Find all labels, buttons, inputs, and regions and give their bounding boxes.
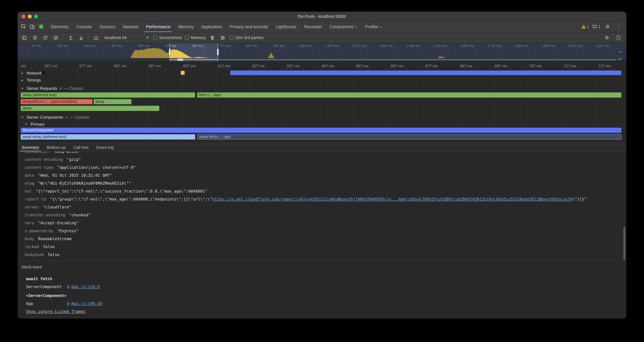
kebab-menu-icon[interactable]: ⋮ xyxy=(615,23,622,31)
network-request-long-bar[interactable] xyxy=(230,71,622,75)
network-request-chip[interactable] xyxy=(42,71,45,75)
header-value: \"}]}" xyxy=(572,197,587,201)
tab-network[interactable]: Network xyxy=(119,21,142,32)
header-name: server xyxy=(25,205,39,209)
tab-components[interactable]: Components✳ xyxy=(326,21,361,32)
show-ignore-listed-frames-link[interactable]: Show ignore-listed frames xyxy=(26,308,86,315)
collapse-triangle-icon[interactable]: ▸ xyxy=(22,78,25,82)
capture-settings-button[interactable] xyxy=(219,34,226,41)
tab-privacy-and-security[interactable]: Privacy and security xyxy=(226,21,272,32)
event-bar-server-component[interactable]: ServerComponent xyxy=(20,128,622,133)
expand-triangle-icon[interactable]: ▾ xyxy=(22,116,25,119)
network-request-short-bar[interactable] xyxy=(181,71,185,75)
memory-label: Memory xyxy=(191,35,206,40)
tab-label: Components xyxy=(330,24,354,29)
close-button[interactable] xyxy=(22,15,25,18)
minimize-button[interactable] xyxy=(28,15,32,18)
devtools-tabbar: ElementsConsoleSourcesNetworkPerformance… xyxy=(18,21,626,32)
timings-track-label[interactable]: ▸ Timings xyxy=(18,77,41,83)
ruler-time-label: 597 ms xyxy=(148,64,161,68)
issues-bubble-icon xyxy=(592,25,597,29)
event-bar-delay-3[interactable]: delay xyxy=(20,106,160,111)
issues-indicator[interactable]: 1 xyxy=(592,25,600,29)
header-row: server"cloudflare" xyxy=(25,203,617,211)
checkbox-box xyxy=(185,36,189,40)
load-profile-button[interactable] xyxy=(67,34,74,41)
inspect-element-button[interactable] xyxy=(20,23,27,31)
live-metrics-home-button[interactable] xyxy=(92,34,100,41)
issues-count: 1 xyxy=(598,25,600,29)
record-button[interactable] xyxy=(31,34,39,41)
collapse-triangle-icon[interactable]: ▸ xyxy=(22,71,25,75)
settings-gear-icon[interactable]: ⚙ xyxy=(604,23,611,31)
overview-handle-right[interactable] xyxy=(217,49,219,56)
tab-memory[interactable]: Memory xyxy=(174,21,198,32)
tab-label: Profiler xyxy=(365,24,379,29)
header-value: "{\"group\":\"cf-nel\",\"max_age\":60480… xyxy=(50,197,212,201)
toggle-sidebar-button[interactable] xyxy=(20,34,28,41)
header-row: x-powered-by"Express" xyxy=(25,227,617,235)
titlebar[interactable]: DevTools - localhost:3000/ xyxy=(18,12,626,21)
server-components-track-label[interactable]: ▾ Server Components ✳ — Custom xyxy=(18,114,89,120)
tab-label: Event log xyxy=(96,145,114,150)
tab-console[interactable]: Console xyxy=(72,21,96,32)
frame-at: @ xyxy=(67,301,69,306)
tab-summary[interactable]: Summary xyxy=(18,143,43,151)
extension-icon[interactable] xyxy=(38,23,45,31)
tab-recorder[interactable]: Recorder xyxy=(300,21,326,32)
header-value: "{\"report_to\":\"cf-nel\",\"success_fra… xyxy=(36,189,208,194)
event-bar-await-delay[interactable]: await delay (deferred text) xyxy=(20,134,195,140)
ruler-time-label: 627 ms xyxy=(252,64,265,68)
collect-garbage-button[interactable] xyxy=(208,34,216,41)
event-bar-await-fetch[interactable]: await fetch (…/api) xyxy=(197,134,622,140)
event-bar-delay-2[interactable]: delay xyxy=(94,99,132,104)
tab-elements[interactable]: Elements xyxy=(47,21,72,32)
network-track-label[interactable]: ▸ Network xyxy=(18,70,42,76)
source-link[interactable]: App.js:128:9 xyxy=(71,284,100,289)
zoom-button[interactable] xyxy=(34,15,38,18)
record-and-reload-button[interactable] xyxy=(42,34,49,41)
history-dropdown[interactable]: localhost #4 ▾ xyxy=(103,35,150,40)
warnings-indicator[interactable]: 1 xyxy=(581,25,589,29)
tab-bottom-up[interactable]: Bottom-up xyxy=(43,143,70,151)
device-toolbar-button[interactable] xyxy=(28,23,36,31)
scrollbar-thumb[interactable] xyxy=(624,227,625,260)
tab-sources[interactable]: Sources xyxy=(96,21,119,32)
expand-triangle-icon[interactable]: ▾ xyxy=(25,122,28,126)
event-bar-delayed-error[interactable]: delayedError (…ayed exception) xyxy=(20,99,92,104)
track-title: Primary xyxy=(30,122,45,127)
dim-third-parties-checkbox[interactable]: Dim 3rd parties xyxy=(230,35,263,40)
screenshots-checkbox[interactable]: Screenshots xyxy=(153,35,182,40)
capture-settings-gear-icon[interactable]: ⚙ xyxy=(603,34,611,41)
help-button[interactable]: ? xyxy=(614,34,622,41)
clear-button[interactable] xyxy=(52,34,60,41)
extension-track-icon: ✳ xyxy=(65,116,68,119)
event-bar-delay-deferred[interactable]: delay (deferred text) xyxy=(20,92,195,98)
header-value-link[interactable]: https://a.nel.cloudflare.com/report/v4?s… xyxy=(212,197,572,201)
tab-event-log[interactable]: Event log xyxy=(92,143,117,151)
ruler-time-label: 637 ms xyxy=(287,64,300,68)
frame-function: App xyxy=(26,300,67,307)
tab-label: Call tree xyxy=(73,145,89,150)
expand-triangle-icon[interactable]: ▾ xyxy=(22,87,25,90)
overview-handle-left[interactable] xyxy=(169,49,170,56)
header-row: content-encoding"gzip" xyxy=(25,155,617,163)
timeline-overview[interactable]: 97 ms197 ms297 ms397 ms497 ms597 ms697 m… xyxy=(18,43,626,62)
tab-lighthouse[interactable]: Lighthouse xyxy=(272,21,300,32)
header-value: "application/json; charset=utf-8" xyxy=(57,165,136,170)
primary-subtrack-label[interactable]: ▾ Primary xyxy=(18,121,45,127)
ruler-time-label: 647 ms xyxy=(322,64,334,68)
tab-label: Bottom-up xyxy=(47,145,66,150)
tab-call-tree[interactable]: Call tree xyxy=(70,143,92,151)
event-bar-fetch-api[interactable]: fetch (…/api) xyxy=(197,92,622,98)
header-value: false xyxy=(43,244,55,249)
tab-application[interactable]: Application xyxy=(198,21,226,32)
source-link[interactable]: App.js:190:16 xyxy=(71,301,102,306)
tab-label: Application xyxy=(201,24,222,29)
ruler-time-label: 687 ms xyxy=(460,64,472,68)
server-requests-track-label[interactable]: ▾ Server Requests ✳ — Custom xyxy=(18,85,83,92)
tab-performance[interactable]: Performance xyxy=(142,21,174,32)
save-profile-button[interactable] xyxy=(77,34,85,41)
tab-profiler[interactable]: Profiler✳ xyxy=(361,21,386,32)
memory-checkbox[interactable]: Memory xyxy=(185,35,206,40)
